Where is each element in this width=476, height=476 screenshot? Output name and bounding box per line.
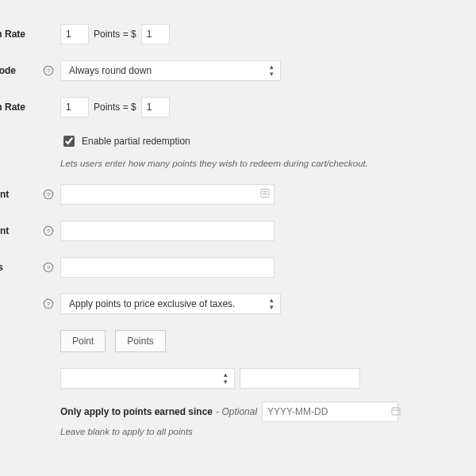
partial-redemption-label: Enable partial redemption [82,136,190,147]
svg-text:?: ? [47,264,51,271]
svg-text:?: ? [47,191,51,198]
chevron-updown-icon: ▴▾ [270,63,274,78]
discount-2-input[interactable] [60,221,274,241]
customer-extra-input[interactable] [240,368,360,389]
customer-select[interactable]: ▴▾ [60,368,235,389]
redeem-points-input[interactable] [60,97,89,117]
label-discount-1: Discount [0,189,43,200]
row-partial-redemption: on Enable partial redemption Lets users … [0,133,476,168]
help-icon[interactable]: ? [43,257,60,273]
help-icon [43,24,60,29]
chevron-updown-icon: ▴▾ [224,371,228,386]
row-tax-mode: ? Apply points to price exclusive of tax… [0,294,476,314]
svg-text:?: ? [47,67,51,75]
help-icon [43,97,60,102]
since-label: Only apply to points earned since - Opti… [60,406,257,417]
row-redeem-conversion-rate: version Rate Points = $ [0,97,476,117]
earn-points-input[interactable] [60,24,89,44]
point-singular-button[interactable]: Point [60,330,106,352]
help-icon[interactable]: ? [43,184,60,200]
since-desc: Leave blank to apply to all points [60,427,193,436]
help-icon[interactable]: ? [43,294,60,309]
label-redeem-rate: version Rate [0,102,43,113]
row-point-labels: Point Points [0,330,476,352]
redeem-eq-text: Points = $ [94,102,136,113]
help-icon[interactable]: ? [43,221,60,236]
row-earn-conversion-rate: version Rate Points = $ [0,24,476,44]
label-customer: er [0,373,43,384]
points-input[interactable] [60,257,274,278]
partial-redemption-checkbox[interactable] [63,136,75,147]
earn-eq-text: Points = $ [94,29,136,40]
help-icon [43,133,60,138]
redeem-currency-input[interactable] [141,97,170,117]
row-discount-2: Discount ? [0,221,476,241]
label-partial: on [0,138,43,149]
label-earn-rate: version Rate [0,29,43,40]
row-points: t Points ? [0,257,476,278]
point-plural-button[interactable]: Points [115,330,165,352]
earn-currency-input[interactable] [141,24,170,44]
label-points: t Points [0,262,43,273]
label-discount-2: Discount [0,225,43,236]
help-icon[interactable]: ? [43,60,60,76]
row-rounding-mode: ding Mode ? Always round down ▴▾ [0,60,476,81]
row-customer: er ▴▾ Only apply to points earned since … [0,368,476,436]
row-discount-1: Discount ? [0,184,476,205]
partial-redemption-desc: Lets users enter how many points they wi… [60,159,368,168]
tax-mode-select[interactable]: Apply points to price exclusive of taxes… [60,294,281,314]
svg-text:?: ? [47,301,51,308]
rounding-mode-select[interactable]: Always round down ▴▾ [60,60,281,81]
svg-text:?: ? [47,228,51,235]
since-date-input[interactable] [262,401,398,422]
discount-1-input[interactable] [60,184,274,205]
label-rounding: ding Mode [0,65,43,76]
chevron-updown-icon: ▴▾ [270,297,274,311]
